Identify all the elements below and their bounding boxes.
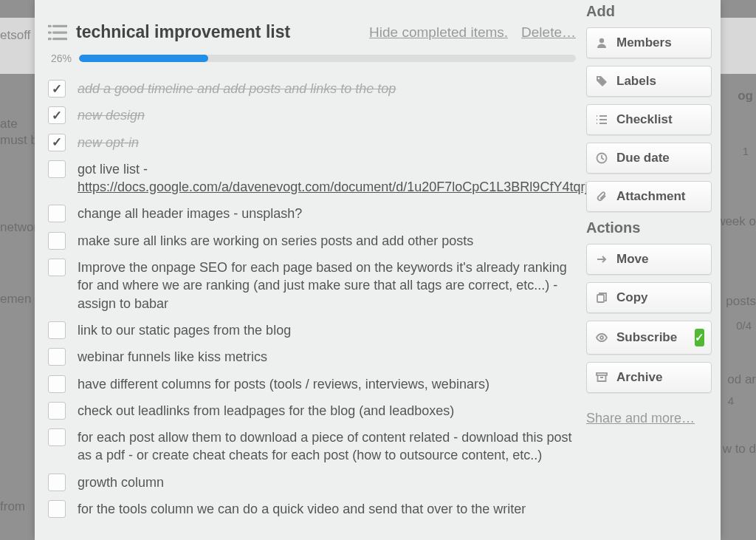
checklist-item[interactable]: growth column xyxy=(48,468,576,495)
progress-fill xyxy=(79,55,208,62)
copy-icon xyxy=(596,292,608,304)
button-label: Due date xyxy=(616,151,670,165)
share-more-link[interactable]: Share and more… xyxy=(586,411,712,426)
copy-button[interactable]: Copy xyxy=(586,282,712,313)
paperclip-icon xyxy=(596,191,608,202)
checklist-item[interactable]: link to our static pages from the blog xyxy=(48,316,576,343)
list-icon xyxy=(596,114,608,126)
checklist-item[interactable]: new design xyxy=(48,101,576,128)
delete-checklist-link[interactable]: Delete… xyxy=(521,24,576,41)
bg-label: ate xyxy=(0,117,18,131)
checkbox[interactable] xyxy=(48,375,66,393)
svg-rect-15 xyxy=(597,295,604,302)
archive-button[interactable]: Archive xyxy=(586,362,712,393)
button-label: Archive xyxy=(616,370,662,385)
checklist-item-link[interactable]: https://docs.google.com/a/davenevogt.com… xyxy=(78,180,586,194)
checklist-item[interactable]: for the tools column we can do a quick v… xyxy=(48,495,576,522)
due-date-button[interactable]: Due date xyxy=(586,143,712,174)
bg-label: w to d xyxy=(723,442,756,457)
bg-label: 1 xyxy=(743,145,749,157)
checkbox[interactable] xyxy=(48,259,66,276)
checkbox[interactable] xyxy=(48,106,66,124)
checklist-header: technical improvement list Hide complete… xyxy=(48,22,576,42)
checklist-item-text[interactable]: link to our static pages from the blog xyxy=(78,320,291,339)
checkbox[interactable] xyxy=(48,500,66,518)
checklist-item-text[interactable]: check out leadlinks from leadpages for t… xyxy=(78,400,454,420)
checklist-item[interactable]: have different columns for posts (tools … xyxy=(48,370,576,397)
bg-label: from xyxy=(0,499,25,514)
checkbox[interactable] xyxy=(48,321,66,339)
actions-heading: Actions xyxy=(586,219,712,236)
bg-label: emen xyxy=(0,292,32,307)
bg-label: og xyxy=(738,89,753,103)
checkbox[interactable] xyxy=(48,348,66,366)
bg-label: must b xyxy=(0,133,38,148)
checklist-item[interactable]: make sure all links are working on serie… xyxy=(48,227,576,253)
button-label: Move xyxy=(616,252,648,267)
checklist-item[interactable]: new opt-in xyxy=(48,129,576,155)
progress-percent: 26% xyxy=(48,52,72,64)
user-icon xyxy=(596,37,608,49)
hide-completed-link[interactable]: Hide completed items. xyxy=(369,24,508,41)
checkbox[interactable] xyxy=(48,80,66,98)
button-label: Labels xyxy=(616,74,656,89)
labels-button[interactable]: Labels xyxy=(586,66,712,97)
button-label: Subscribe xyxy=(616,330,677,345)
checklist-item-text[interactable]: for each post allow them to download a p… xyxy=(78,427,576,465)
archive-icon xyxy=(596,372,608,383)
attachment-button[interactable]: Attachment xyxy=(586,181,712,212)
checkbox[interactable] xyxy=(48,402,66,420)
checklist-item[interactable]: Improve the onpage SEO for each page bas… xyxy=(48,253,576,316)
bg-label: od ar xyxy=(727,372,756,387)
checklist-item-text[interactable]: change all header images - unsplash? xyxy=(78,203,302,222)
checkbox[interactable] xyxy=(48,205,66,222)
clock-icon xyxy=(596,152,608,164)
checklist-item[interactable]: check out leadlinks from leadpages for t… xyxy=(48,397,576,423)
checklist-item[interactable]: change all header images - unsplash? xyxy=(48,199,576,226)
bg-label: posts xyxy=(726,294,756,309)
button-label: Checklist xyxy=(616,112,673,127)
checklist-item-text[interactable]: add a good timeline and add posts and li… xyxy=(78,78,396,98)
checkbox[interactable] xyxy=(48,160,66,178)
svg-point-16 xyxy=(600,336,603,339)
card-detail-modal: technical improvement list Hide complete… xyxy=(35,0,721,540)
checklist-item-text[interactable]: for the tools column we can do a quick v… xyxy=(78,499,526,518)
arrow-right-icon xyxy=(596,253,608,265)
members-button[interactable]: Members xyxy=(586,27,712,58)
subscribe-button[interactable]: Subscribe ✓ xyxy=(586,321,712,355)
button-label: Copy xyxy=(616,290,648,305)
checklist-title[interactable]: technical improvement list xyxy=(76,22,360,42)
checklist-item[interactable]: got live list - https://docs.google.com/… xyxy=(48,155,576,200)
progress-bar xyxy=(79,55,576,62)
checklist-item[interactable]: add a good timeline and add posts and li… xyxy=(48,75,576,101)
checkbox[interactable] xyxy=(48,134,66,151)
checklist-item-text[interactable]: have different columns for posts (tools … xyxy=(78,374,489,393)
checklist-item-text[interactable]: Improve the onpage SEO for each page bas… xyxy=(78,257,576,312)
checkbox[interactable] xyxy=(48,232,66,250)
svg-rect-17 xyxy=(597,373,607,375)
checklist-item-text[interactable]: new design xyxy=(78,105,145,124)
button-label: Attachment xyxy=(616,189,686,204)
button-label: Members xyxy=(616,35,672,50)
checklist-item-text[interactable]: webinar funnels like kiss metrics xyxy=(78,346,267,366)
tag-icon xyxy=(596,75,608,87)
checklist-item[interactable]: webinar funnels like kiss metrics xyxy=(48,343,576,369)
move-button[interactable]: Move xyxy=(586,244,712,275)
checkbox[interactable] xyxy=(48,474,66,491)
checklist-item-text[interactable]: new opt-in xyxy=(78,132,139,151)
checkbox[interactable] xyxy=(48,428,66,446)
add-heading: Add xyxy=(586,3,712,20)
checklist-section: technical improvement list Hide complete… xyxy=(35,0,586,540)
checklist-item-text[interactable]: growth column xyxy=(78,472,164,491)
checklist-items: add a good timeline and add posts and li… xyxy=(48,75,576,522)
checklist-item-text[interactable]: make sure all links are working on serie… xyxy=(78,230,473,250)
checklist-button[interactable]: Checklist xyxy=(586,104,712,135)
bg-label: 4 xyxy=(728,394,734,407)
checklist-icon xyxy=(48,24,67,41)
checklist-item-text[interactable]: got live list - https://docs.google.com/… xyxy=(78,159,586,196)
checklist-item[interactable]: for each post allow them to download a p… xyxy=(48,423,576,468)
subscribed-badge: ✓ xyxy=(695,329,704,346)
card-sidebar: Add Members Labels Checklist Due date At… xyxy=(586,0,721,540)
checklist-header-actions: Hide completed items. Delete… xyxy=(369,24,576,41)
bg-label: week o xyxy=(716,214,756,229)
